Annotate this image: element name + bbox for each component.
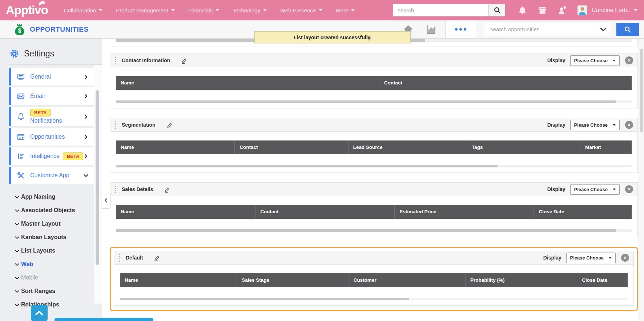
column-header-contact[interactable]: Contact bbox=[379, 76, 632, 90]
subitem-label: Mobile bbox=[21, 274, 38, 281]
chevron-right-icon bbox=[83, 94, 89, 99]
more-options-ellipsis[interactable] bbox=[445, 20, 476, 38]
sidebar-item-general[interactable]: General bbox=[9, 68, 94, 86]
layout-section-default: Default Display Please Choose ✕ NameSale… bbox=[114, 251, 634, 306]
display-label: Display bbox=[543, 255, 562, 261]
chevron-down-icon bbox=[15, 222, 20, 227]
menu-item-label: Notifications bbox=[30, 118, 62, 124]
sidebar-subitem-list-layouts[interactable]: List Layouts bbox=[21, 247, 102, 254]
display-label: Display bbox=[547, 122, 565, 128]
edit-pencil-icon[interactable] bbox=[181, 57, 188, 64]
sidebar-scrollbar-thumb[interactable] bbox=[96, 90, 99, 265]
please-choose-dropdown[interactable]: Please Choose bbox=[570, 120, 620, 130]
h-scrollbar-thumb[interactable] bbox=[116, 229, 616, 232]
section-header: Sales Details Display Please Choose ✕ bbox=[110, 183, 637, 196]
edit-pencil-icon[interactable] bbox=[164, 186, 171, 193]
sidebar-subitem-mobile[interactable]: Mobile bbox=[21, 274, 102, 281]
chevron-down-icon bbox=[613, 189, 616, 192]
column-header-sales-stage[interactable]: Sales Stage bbox=[237, 273, 348, 287]
sidebar-item-email[interactable]: Email bbox=[9, 87, 94, 105]
sidebar-scrollbar-track bbox=[94, 65, 102, 304]
column-header-name[interactable]: Name bbox=[116, 205, 255, 219]
sidebar-subitem-kanban-layouts[interactable]: Kanban Layouts bbox=[21, 234, 102, 241]
chevron-down-icon bbox=[171, 9, 175, 13]
section-body: NameContactLead SourceTagsMarket bbox=[110, 132, 637, 173]
chevron-down-icon bbox=[15, 249, 20, 254]
global-search-input[interactable] bbox=[393, 4, 488, 16]
topbar-nav-item[interactable]: Product Management bbox=[116, 7, 174, 13]
column-header-tags[interactable]: Tags bbox=[467, 140, 580, 154]
chart-icon[interactable] bbox=[425, 24, 436, 35]
column-header-name[interactable]: Name bbox=[116, 76, 379, 90]
h-scrollbar-thumb[interactable] bbox=[120, 298, 409, 300]
column-header-lead-source[interactable]: Lead Source bbox=[348, 140, 467, 154]
column-header-contact[interactable]: Contact bbox=[234, 140, 348, 154]
nav-label: Collaboration bbox=[64, 7, 96, 13]
remove-section-button[interactable]: ✕ bbox=[625, 56, 633, 64]
column-header-name[interactable]: Name bbox=[120, 273, 237, 287]
column-header-estimated-price[interactable]: Estimated Price bbox=[394, 205, 534, 219]
app-store-icon[interactable] bbox=[538, 5, 547, 15]
sidebar-collapse-handle[interactable] bbox=[101, 192, 110, 209]
column-header-contact[interactable]: Contact bbox=[255, 205, 394, 219]
subitem-label: List Layouts bbox=[21, 247, 55, 254]
drag-handle-icon[interactable] bbox=[115, 57, 116, 64]
drag-handle-icon[interactable] bbox=[115, 121, 116, 129]
column-header-market[interactable]: Market bbox=[580, 140, 632, 154]
layout-section-sales-details: Sales Details Display Please Choose ✕ Na… bbox=[110, 182, 638, 237]
column-header-row: NameContactLead SourceTagsMarket bbox=[116, 140, 632, 154]
menu-item-label: General bbox=[30, 74, 51, 80]
beta-badge: BETA bbox=[63, 152, 83, 160]
column-header-customer[interactable]: Customer bbox=[349, 273, 465, 287]
apptivo-logo[interactable]: Apptivo bbox=[6, 3, 53, 17]
h-scrollbar-thumb[interactable] bbox=[116, 100, 616, 103]
sidebar-item-opportunities[interactable]: Opportunities bbox=[9, 128, 94, 146]
tools-icon bbox=[17, 171, 25, 180]
sidebar-subitem-master-layout[interactable]: Master Layout bbox=[21, 221, 102, 227]
topbar-nav-item[interactable]: Technology bbox=[233, 7, 267, 13]
edit-pencil-icon[interactable] bbox=[166, 122, 173, 128]
sidebar-item-notifications[interactable]: BETA Notifications bbox=[9, 107, 94, 126]
remove-section-button[interactable]: ✕ bbox=[621, 254, 629, 262]
menu-item-label: Intelligence bbox=[30, 153, 60, 159]
global-search-button[interactable] bbox=[488, 4, 505, 16]
topbar-nav-item[interactable]: Financials bbox=[188, 7, 220, 13]
column-header-probability-[interactable]: Probability (%) bbox=[465, 273, 577, 287]
column-header-close-date[interactable]: Close Date bbox=[534, 205, 632, 219]
sidebar-subitem-web[interactable]: Web bbox=[21, 261, 102, 268]
subitem-label: Associated Objects bbox=[21, 207, 75, 213]
drag-handle-icon[interactable] bbox=[119, 254, 120, 262]
bottom-popup-bar[interactable] bbox=[55, 318, 153, 321]
please-choose-dropdown[interactable]: Please Choose bbox=[566, 253, 616, 263]
referral-person-icon[interactable] bbox=[558, 5, 567, 15]
sidebar-item-intelligence[interactable]: Intelligence BETA bbox=[9, 147, 94, 165]
sidebar-subitem-app-naming[interactable]: App Naming bbox=[21, 194, 102, 200]
sidebar-subitem-associated-objects[interactable]: Associated Objects bbox=[21, 207, 102, 214]
sidebar-subitem-sort-ranges[interactable]: Sort Ranges bbox=[21, 288, 102, 294]
remove-section-button[interactable]: ✕ bbox=[625, 121, 633, 129]
chevron-down-icon bbox=[15, 302, 20, 308]
search-options-chevron-icon[interactable] bbox=[600, 26, 607, 33]
remove-section-button[interactable]: ✕ bbox=[625, 185, 633, 193]
nav-label: More bbox=[336, 7, 348, 13]
please-choose-dropdown[interactable]: Please Choose bbox=[570, 184, 620, 195]
user-menu[interactable]: Caroline Forb.. bbox=[592, 7, 637, 13]
edit-pencil-icon[interactable] bbox=[154, 254, 161, 261]
user-avatar[interactable] bbox=[577, 5, 587, 15]
scroll-top-button[interactable] bbox=[31, 305, 48, 321]
column-header-name[interactable]: Name bbox=[116, 140, 234, 154]
sidebar-item-customize-app[interactable]: Customize App bbox=[9, 167, 94, 184]
h-scrollbar-thumb[interactable] bbox=[116, 165, 498, 167]
chevron-down-icon bbox=[351, 9, 355, 13]
page-scrollbar-thumb[interactable] bbox=[640, 49, 643, 132]
topbar-nav-item[interactable]: Web Presence bbox=[280, 7, 322, 13]
please-choose-dropdown[interactable]: Please Choose bbox=[570, 55, 620, 66]
column-header-close-date[interactable]: Close Date bbox=[577, 273, 628, 287]
drag-handle-icon[interactable] bbox=[115, 186, 116, 193]
app-search-input[interactable] bbox=[485, 23, 611, 36]
app-search-button[interactable] bbox=[616, 23, 639, 36]
h-scrollbar-track bbox=[120, 298, 628, 300]
topbar-nav-item[interactable]: More bbox=[336, 7, 355, 13]
topbar-nav-item[interactable]: Collaboration bbox=[64, 7, 102, 13]
notifications-bell-icon[interactable] bbox=[518, 5, 527, 15]
